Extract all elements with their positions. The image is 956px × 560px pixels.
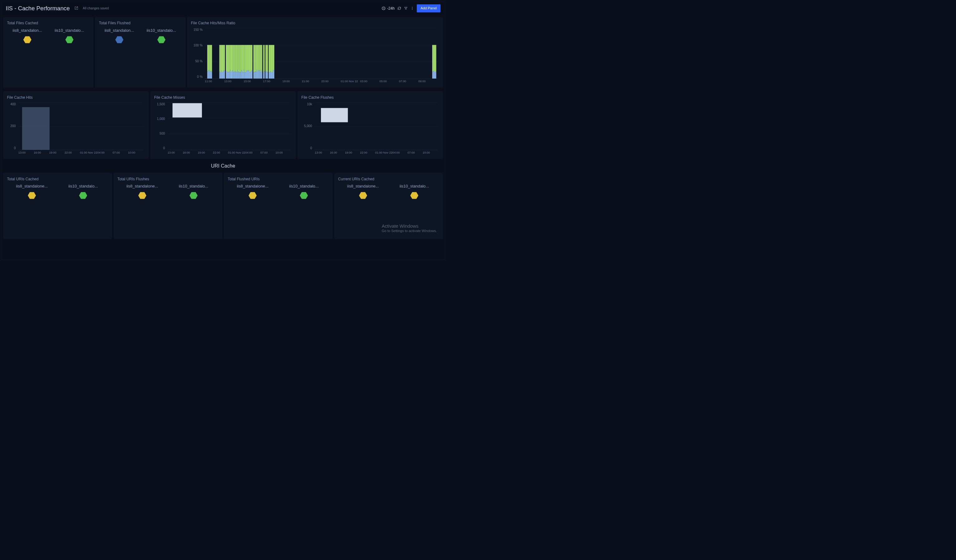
hexagon-icon — [65, 36, 73, 43]
stat-item: iis10_standalo... — [168, 184, 219, 199]
hexagon-icon — [28, 192, 36, 199]
stat-item: iis8_standalone... — [228, 184, 278, 199]
hexagon-icon — [79, 192, 87, 199]
svg-marker-9 — [28, 192, 36, 199]
activate-windows-watermark: Activate Windows Go to Settings to activ… — [382, 223, 437, 233]
stat-item: iis8_standalone... — [118, 184, 167, 199]
stat-label: iis8_standalone... — [237, 184, 269, 188]
panel-total-flushed-uris[interactable]: Total Flushed URIs iis8_standalone... ii… — [224, 173, 332, 239]
chart-area: 400 200 0 13:0016:0019:0022:0001:00 Nov … — [7, 102, 145, 157]
time-range-label: -24h — [387, 6, 395, 10]
y-axis: 10k 5,000 0 — [301, 102, 313, 150]
panel-title: Total URIs Flushes — [118, 177, 219, 181]
plot — [315, 102, 438, 150]
section-header-uri-cache: URI Cache — [1, 161, 445, 171]
hexagon-icon — [410, 192, 418, 199]
share-icon[interactable] — [74, 6, 79, 11]
panel-title: File Cache Hits/Miss Ratio — [191, 21, 439, 25]
stat-item: iis8_standalone... — [7, 184, 57, 199]
refresh-icon — [397, 6, 401, 10]
stat-item: iis10_standalo... — [141, 28, 182, 43]
hexagon-icon — [248, 192, 257, 199]
chart-area: 150 % 100 % 50 % 0 % 11:0013:0015:0017:0… — [191, 28, 439, 86]
x-axis: 11:0013:0015:0017:0019:0021:0023:0001:00… — [205, 79, 438, 86]
dashboard-title: IIS - Cache Performance — [6, 5, 70, 11]
hexagon-icon — [189, 192, 198, 199]
stat-label: iis8_standalon... — [104, 28, 134, 33]
panel-file-cache-flushes[interactable]: File Cache Flushes 10k 5,000 0 13:0016:0… — [297, 92, 443, 159]
panel-title: Total Files Cached — [7, 21, 90, 25]
svg-marker-16 — [410, 192, 418, 199]
stat-label: iis10_standalo... — [55, 28, 84, 33]
stat-item: iis8_standalon... — [99, 28, 140, 43]
panel-total-uris-cached[interactable]: Total URIs Cached iis8_standalone... iis… — [3, 173, 112, 239]
svg-point-2 — [412, 8, 413, 9]
stat-item: iis10_standalo... — [279, 184, 329, 199]
hexagon-icon — [138, 192, 146, 199]
stat-item: iis8_standalone... — [338, 184, 388, 199]
svg-marker-15 — [359, 192, 367, 199]
panel-title: Total Files Flushed — [99, 21, 182, 25]
hexagon-icon — [359, 192, 367, 199]
panel-ratio-chart[interactable]: File Cache Hits/Miss Ratio 150 % 100 % 5… — [187, 17, 443, 88]
y-axis: 1,500 1,000 500 0 — [154, 102, 167, 150]
stat-item: iis10_standalo... — [390, 184, 439, 199]
stat-label: iis8_standalone... — [16, 184, 48, 188]
hexagon-icon — [157, 36, 165, 43]
filter-icon — [404, 6, 408, 10]
chart-area: 10k 5,000 0 13:0016:0019:0022:0001:00 No… — [301, 102, 439, 157]
panel-file-cache-hits[interactable]: File Cache Hits 400 200 0 13:0016:0019:0… — [3, 92, 149, 159]
save-status: All changes saved — [83, 6, 109, 10]
more-vertical-icon — [410, 6, 414, 10]
panel-title: Total Flushed URIs — [228, 177, 329, 181]
stat-item: iis10_standalo... — [49, 28, 90, 43]
panel-total-files-cached[interactable]: Total Files Cached iis8_standalon... iis… — [3, 17, 93, 88]
svg-marker-6 — [115, 36, 123, 43]
stat-label: iis8_standalon... — [13, 28, 42, 33]
panel-current-uris-cached[interactable]: Current URIs Cached iis8_standalone... i… — [334, 173, 443, 239]
panel-title: Current URIs Cached — [338, 177, 439, 181]
svg-marker-5 — [65, 36, 73, 43]
panel-total-files-flushed[interactable]: Total Files Flushed iis8_standalon... ii… — [95, 17, 186, 88]
hexagon-icon — [23, 36, 31, 43]
stat-label: iis10_standalo... — [399, 184, 429, 188]
y-axis: 400 200 0 — [7, 102, 17, 150]
x-axis: 13:0016:0019:0022:0001:00 Nov 2204:0007:… — [315, 151, 438, 157]
panel-title: Total URIs Cached — [7, 177, 108, 181]
svg-point-3 — [412, 9, 413, 9]
hexagon-icon — [300, 192, 308, 199]
refresh-button[interactable] — [397, 6, 401, 10]
svg-rect-8 — [22, 107, 50, 150]
chart-area: 1,500 1,000 500 0 13:0016:0019:0022:0001… — [154, 102, 292, 157]
plot — [18, 102, 143, 150]
svg-marker-7 — [157, 36, 165, 43]
time-range-picker[interactable]: -24h — [382, 6, 395, 10]
stat-label: iis10_standalo... — [179, 184, 209, 188]
panel-total-uris-flushes[interactable]: Total URIs Flushes iis8_standalone... ii… — [114, 173, 222, 239]
add-panel-button[interactable]: Add Panel — [417, 5, 440, 13]
svg-marker-12 — [189, 192, 198, 199]
panel-title: File Cache Misses — [154, 95, 292, 99]
stat-label: iis8_standalone... — [126, 184, 158, 188]
stat-item: iis10_standalo... — [58, 184, 108, 199]
plot — [205, 28, 438, 79]
svg-marker-14 — [300, 192, 308, 199]
stat-label: iis10_standalo... — [146, 28, 176, 33]
clock-icon — [382, 6, 386, 10]
x-axis: 13:0016:0019:0022:0001:00 Nov 2204:0007:… — [168, 151, 291, 157]
svg-marker-10 — [79, 192, 87, 199]
plot — [168, 102, 291, 150]
panel-file-cache-misses[interactable]: File Cache Misses 1,500 1,000 500 0 13:0… — [151, 92, 296, 159]
svg-marker-13 — [248, 192, 257, 199]
svg-marker-4 — [24, 36, 31, 43]
svg-marker-11 — [138, 192, 146, 199]
stat-item: iis8_standalon... — [7, 28, 47, 43]
filter-button[interactable] — [404, 6, 408, 10]
panel-title: File Cache Flushes — [301, 95, 439, 99]
stat-label: iis10_standalo... — [69, 184, 98, 188]
x-axis: 13:0016:0019:0022:0001:00 Nov 2204:0007:… — [18, 151, 143, 157]
svg-point-1 — [412, 7, 413, 8]
dashboard-header: IIS - Cache Performance All changes save… — [1, 1, 445, 15]
more-button[interactable] — [410, 6, 414, 10]
stat-label: iis10_standalo... — [289, 184, 319, 188]
